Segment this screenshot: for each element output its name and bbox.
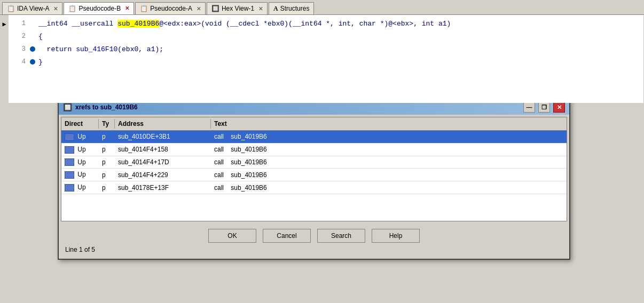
code-line1-before: __int64 __usercall — [38, 20, 117, 28]
help-button[interactable]: Help — [372, 229, 420, 243]
row3-direct: Up — [61, 157, 99, 168]
line-num-4: 4 — [13, 58, 26, 66]
table-row[interactable]: Up p sub_4014F4+158 call sub_4019B6 — [61, 143, 567, 156]
row2-ty: p — [99, 145, 115, 154]
col-text: Text — [211, 119, 567, 129]
line-num-1: 1 — [13, 20, 26, 27]
dialog-footer: OK Cancel Search Help Line 1 of 5 — [59, 224, 569, 259]
tab-structures[interactable]: A Structures — [269, 2, 314, 14]
table-row[interactable]: Up p sub_4010DE+3B1 call sub_4019B6 — [61, 131, 567, 143]
ok-button[interactable]: OK — [208, 229, 256, 243]
row2-address: sub_4014F4+158 — [115, 145, 211, 154]
left-sidebar: ▶ — [0, 15, 9, 122]
dialog-title-icon: 🔲 — [63, 103, 72, 111]
tab-close-hex[interactable]: ✕ — [258, 6, 263, 12]
row3-ty: p — [99, 157, 115, 167]
row5-address: sub_40178E+13F — [115, 183, 211, 193]
row1-text: call sub_4019B6 — [211, 132, 567, 141]
row1-direct: Up — [61, 132, 99, 142]
row4-direct: Up — [61, 170, 99, 180]
line-num-2: 2 — [13, 33, 26, 40]
tab-label-structures: Structures — [280, 5, 310, 12]
table-row[interactable]: Up p sub_4014F4+229 call sub_4019B6 — [61, 169, 567, 181]
code-line-1: 1 __int64 __usercall sub_4019B6 @<edx:ea… — [13, 17, 639, 30]
table-empty-space — [61, 194, 567, 221]
tab-label-pseudocode-a: Pseudocode-A — [150, 5, 192, 12]
tab-close-pseudocode-a[interactable]: ✕ — [197, 6, 201, 12]
tab-label-ida: IDA View-A — [17, 5, 49, 12]
row4-address: sub_4014F4+229 — [115, 170, 211, 180]
code-line2-text: { — [38, 33, 43, 41]
tab-hex-view-1[interactable]: 🔲 Hex View-1 ✕ — [207, 2, 268, 14]
tab-pseudocode-a[interactable]: 📋 Pseudocode-A ✕ — [135, 2, 206, 14]
breakpoint-dot-4 — [30, 59, 35, 65]
table-header: Direct Ty Address Text — [61, 117, 567, 131]
row5-text: call sub_4019B6 — [211, 183, 567, 193]
cancel-button[interactable]: Cancel — [263, 229, 311, 243]
tab-ida-view-a[interactable]: 📋 IDA View-A ✕ — [2, 2, 62, 14]
minimize-icon: — — [527, 104, 532, 110]
code-line-3: 3 return sub_416F10 (ebx0, a1); — [13, 43, 639, 55]
table-body: Up p sub_4010DE+3B1 call sub_4019B6 Up p… — [61, 131, 567, 221]
sidebar-arrow: ▶ — [2, 20, 6, 28]
footer-buttons: OK Cancel Search Help — [63, 229, 565, 243]
breakpoint-dot-3 — [30, 46, 35, 52]
code-line-4: 4 } — [13, 55, 639, 68]
col-ty: Ty — [99, 119, 115, 129]
table-row[interactable]: Up p sub_40178E+13F call sub_4019B6 — [61, 181, 567, 194]
code-line1-after: @<edx:eax>(void (__cdecl *ebx0)(__int64 … — [159, 20, 451, 28]
row5-direct: Up — [61, 182, 99, 193]
dialog-restore-button[interactable]: ❐ — [538, 102, 550, 113]
tab-pseudocode-b[interactable]: 📋 Pseudocode-B ✕ — [64, 2, 134, 14]
table-row[interactable]: Up p sub_4014F4+17D call sub_4019B6 — [61, 156, 567, 169]
row4-text: call sub_4019B6 — [211, 170, 567, 180]
search-button[interactable]: Search — [317, 229, 365, 243]
dialog-title: xrefs to sub_4019B6 — [75, 103, 520, 111]
tab-label-pseudocode-b: Pseudocode-B — [78, 5, 121, 12]
editor-area: 1 __int64 __usercall sub_4019B6 @<edx:ea… — [9, 15, 644, 103]
row4-ty: p — [99, 170, 115, 180]
code-line4-text: } — [38, 58, 43, 66]
code-line3-args: (ebx0, a1); — [117, 45, 163, 53]
row3-address: sub_4014F4+17D — [115, 157, 211, 167]
dialog-minimize-button[interactable]: — — [523, 102, 535, 113]
tab-label-hex: Hex View-1 — [222, 5, 254, 12]
tab-icon-hex: 🔲 — [211, 5, 219, 12]
row2-text: call sub_4019B6 — [211, 145, 567, 154]
tab-icon-ida: 📋 — [7, 5, 15, 12]
row3-text: call sub_4019B6 — [211, 157, 567, 167]
row5-ty: p — [99, 183, 115, 193]
close-icon: ✕ — [557, 104, 562, 111]
code-line3-func: sub_416F10 — [76, 45, 117, 53]
status-text: Line 1 of 5 — [63, 246, 565, 253]
tab-icon-pseudocode-a: 📋 — [140, 5, 148, 12]
tab-icon-structures: A — [273, 5, 278, 13]
line-num-3: 3 — [13, 45, 26, 53]
tab-icon-pseudocode-b: 📋 — [68, 5, 76, 12]
code-highlight-sub: sub_4019B6 — [117, 20, 159, 28]
code-line3-text: return — [38, 45, 76, 53]
code-line-2: 2 { — [13, 30, 639, 43]
xrefs-table-container: Direct Ty Address Text Up p sub_4010DE+3… — [61, 117, 567, 221]
tab-bar: 📋 IDA View-A ✕ 📋 Pseudocode-B ✕ 📋 Pseudo… — [0, 0, 644, 15]
xrefs-dialog: 🔲 xrefs to sub_4019B6 — ❐ ✕ Direct Ty Ad… — [58, 99, 570, 260]
row2-direct: Up — [61, 145, 99, 155]
col-direct: Direct — [61, 119, 99, 129]
tab-close-ida[interactable]: ✕ — [53, 6, 58, 12]
row1-address: sub_4010DE+3B1 — [115, 132, 211, 141]
col-address: Address — [115, 119, 211, 129]
dialog-close-button[interactable]: ✕ — [553, 102, 565, 113]
tab-close-pseudocode-b[interactable]: ✕ — [125, 5, 129, 11]
row1-ty: p — [99, 132, 115, 141]
restore-icon: ❐ — [541, 104, 547, 111]
